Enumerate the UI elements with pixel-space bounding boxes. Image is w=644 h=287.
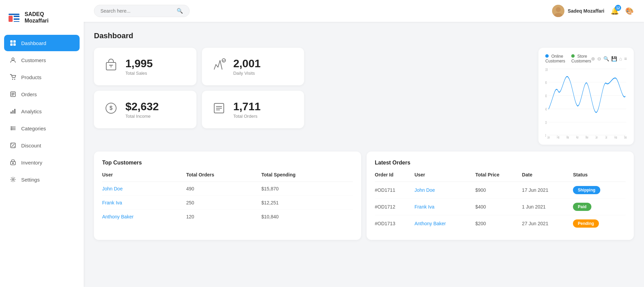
table-row: Anthony Baker 120 $10,840 bbox=[102, 210, 353, 224]
table-row: #OD1711 John Doe $900 17 Jun 2021 Shippi… bbox=[375, 182, 626, 199]
svg-rect-15 bbox=[14, 109, 15, 114]
save-icon[interactable]: 💾 bbox=[611, 56, 617, 61]
stat-label: Total Income bbox=[125, 114, 159, 119]
sidebar-item-orders[interactable]: Orders bbox=[4, 86, 80, 102]
analytics-icon bbox=[10, 108, 16, 115]
logo-icon bbox=[7, 10, 21, 25]
stat-value: 1,995 bbox=[125, 57, 153, 70]
svg-rect-4 bbox=[14, 21, 19, 22]
stat-icon-income: $ bbox=[104, 101, 119, 119]
svg-text:Jul: Jul bbox=[605, 135, 607, 139]
user-name: Sadeq Mozaffari bbox=[568, 8, 604, 14]
order-status: Paid bbox=[573, 199, 626, 215]
stat-info: 2,001 Daily Visits bbox=[233, 57, 261, 76]
table-row: Frank Iva 250 $12,251 bbox=[102, 196, 353, 210]
user-info: Sadeq Mozaffari bbox=[552, 5, 604, 17]
categories-icon bbox=[10, 125, 16, 132]
svg-text:$: $ bbox=[110, 105, 113, 111]
col-spending: Total Spending bbox=[261, 172, 353, 182]
svg-point-18 bbox=[11, 129, 12, 130]
sidebar-item-label: Products bbox=[21, 74, 41, 80]
notification-button[interactable]: 🔔 12 bbox=[611, 7, 619, 15]
svg-rect-13 bbox=[11, 112, 12, 114]
stat-card-total-orders: 1,711 Total Orders bbox=[202, 91, 304, 128]
svg-text:May: May bbox=[586, 135, 588, 139]
svg-point-9 bbox=[12, 58, 14, 60]
order-status: Shipping bbox=[573, 182, 626, 199]
order-date: 17 Jun 2021 bbox=[522, 182, 573, 199]
svg-rect-6 bbox=[13, 40, 16, 43]
col-status: Status bbox=[573, 172, 626, 182]
home-icon[interactable]: ⌂ bbox=[619, 56, 622, 61]
customer-orders: 490 bbox=[186, 182, 261, 196]
svg-rect-7 bbox=[10, 43, 13, 46]
table-row: John Doe 490 $15,870 bbox=[102, 182, 353, 196]
sidebar-item-settings[interactable]: Settings bbox=[4, 171, 80, 188]
sidebar-item-analytics[interactable]: Analytics bbox=[4, 103, 80, 119]
col-order-id: Order Id bbox=[375, 172, 414, 182]
table-head: Order Id User Total Price Date Status bbox=[375, 172, 626, 182]
svg-text:Feb: Feb bbox=[557, 135, 559, 139]
stat-card-total-income: $ $2,632 Total Income bbox=[94, 91, 196, 128]
top-customers-card: Top Customers User Total Orders Total Sp… bbox=[94, 152, 361, 240]
settings-icon bbox=[10, 176, 16, 183]
zoom-in-icon[interactable]: ⊕ bbox=[591, 56, 595, 61]
search-box[interactable]: 🔍 bbox=[94, 5, 190, 17]
zoom-icon[interactable]: 🔍 bbox=[603, 56, 609, 61]
svg-point-16 bbox=[11, 127, 12, 128]
inventory-icon bbox=[10, 159, 16, 166]
svg-text:Apr: Apr bbox=[576, 135, 579, 139]
sidebar-item-label: Discount bbox=[21, 143, 41, 148]
col-user: User bbox=[414, 172, 475, 182]
order-price: $200 bbox=[475, 215, 522, 232]
palette-button[interactable]: 🎨 bbox=[625, 7, 634, 15]
svg-rect-0 bbox=[9, 14, 19, 15]
table-row: #OD1712 Frank Iva $400 1 Jun 2021 Paid bbox=[375, 199, 626, 215]
order-status: Pending bbox=[573, 215, 626, 232]
table-row: #OD1713 Anthony Baker $200 27 Jun 2021 P… bbox=[375, 215, 626, 232]
chart-tools[interactable]: ⊕ ⊖ 🔍 💾 ⌂ ≡ bbox=[591, 56, 627, 61]
svg-rect-5 bbox=[10, 40, 13, 43]
order-user: Anthony Baker bbox=[414, 215, 475, 232]
logo-text: SADEQMozaffari bbox=[25, 11, 49, 24]
stat-info: $2,632 Total Income bbox=[125, 100, 159, 119]
sidebar-item-label: Dashboard bbox=[21, 40, 46, 46]
order-price: $400 bbox=[475, 199, 522, 215]
svg-rect-1 bbox=[9, 16, 13, 22]
stat-info: 1,995 Total Sales bbox=[125, 57, 153, 76]
latest-orders-title: Latest Orders bbox=[375, 160, 626, 166]
stat-icon-visits bbox=[211, 58, 227, 76]
order-id: #OD1712 bbox=[375, 199, 414, 215]
top-customers-body: John Doe 490 $15,870 Frank Iva 250 $12,2… bbox=[102, 182, 353, 224]
svg-text:Mar: Mar bbox=[567, 135, 569, 139]
svg-rect-14 bbox=[13, 110, 14, 114]
sidebar-item-discount[interactable]: Discount bbox=[4, 137, 80, 154]
sidebar-item-categories[interactable]: Categories bbox=[4, 120, 80, 137]
stat-info: 1,711 Total Orders bbox=[233, 100, 261, 119]
sidebar-item-inventory[interactable]: Inventory bbox=[4, 154, 80, 171]
chart-card: Online Customers Store Customers ⊕ ⊖ 🔍 💾… bbox=[538, 48, 634, 145]
sidebar: SADEQMozaffari Dashboard Custome bbox=[0, 0, 84, 287]
header-row: User Total Orders Total Spending bbox=[102, 172, 353, 182]
svg-text:Aug: Aug bbox=[615, 135, 617, 139]
header-right: Sadeq Mozaffari 🔔 12 🎨 bbox=[552, 5, 634, 17]
online-line bbox=[549, 76, 626, 112]
sidebar-item-customers[interactable]: Customers bbox=[4, 52, 80, 68]
customer-name: Anthony Baker bbox=[102, 210, 186, 224]
chart-header: Online Customers Store Customers ⊕ ⊖ 🔍 💾… bbox=[545, 54, 627, 63]
col-orders: Total Orders bbox=[186, 172, 261, 182]
latest-orders-table: Order Id User Total Price Date Status #O… bbox=[375, 172, 626, 232]
top-customers-title: Top Customers bbox=[102, 160, 353, 166]
menu-icon[interactable]: ≡ bbox=[624, 56, 627, 61]
order-date: 1 Jun 2021 bbox=[522, 199, 573, 215]
content-area: Dashboard 1,995 Total Sales bbox=[84, 22, 644, 287]
search-input[interactable] bbox=[100, 8, 174, 14]
sidebar-item-dashboard[interactable]: Dashboard bbox=[4, 35, 80, 51]
stat-icon-orders bbox=[211, 101, 227, 119]
sidebar-item-products[interactable]: Products bbox=[4, 69, 80, 85]
zoom-out-icon[interactable]: ⊖ bbox=[597, 56, 601, 61]
store-dot bbox=[571, 54, 575, 58]
order-id: #OD1713 bbox=[375, 215, 414, 232]
customer-spending: $10,840 bbox=[261, 210, 353, 224]
svg-text:80: 80 bbox=[545, 80, 547, 85]
